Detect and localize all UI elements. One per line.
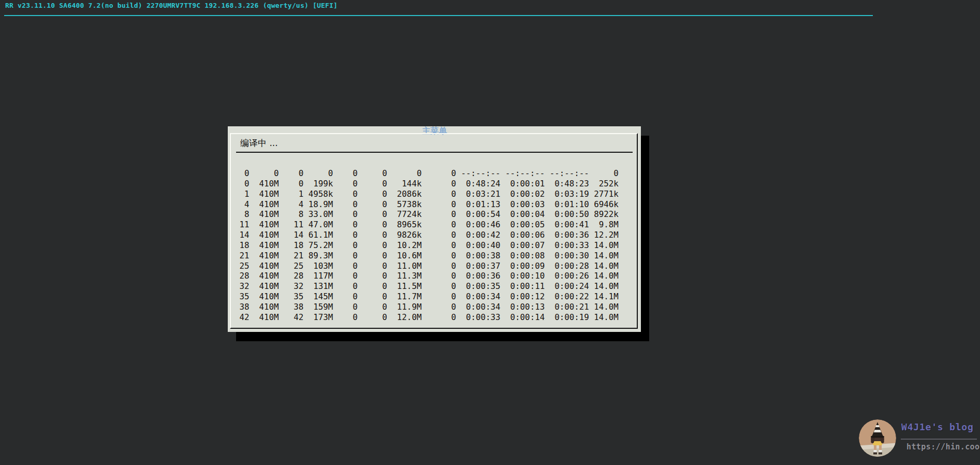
topbar-divider	[4, 15, 873, 16]
watermark-divider	[901, 439, 977, 440]
dialog-inner-box: 编译中 ... 0 0 0 0 0 0 0 0 --:--:-- --:--:-…	[230, 133, 638, 329]
blog-title-text: W4J1e's blog	[901, 422, 974, 432]
blog-watermark: W4J1e's blog https://hin.cool	[857, 418, 980, 462]
blog-url-text: https://hin.cool	[906, 442, 980, 452]
avatar-illustration	[859, 419, 896, 457]
dialog-message-separator	[236, 152, 633, 153]
main-menu-dialog: 主菜单 编译中 ... 0 0 0 0 0 0 0 0 --:--:-- --:…	[228, 126, 641, 332]
blog-avatar	[859, 419, 896, 457]
curl-progress-output: 0 0 0 0 0 0 0 0 --:--:-- --:--:-- --:--:…	[235, 168, 619, 323]
boot-info-text: RR v23.11.10 SA6400 7.2(no build) 2270UM…	[5, 2, 338, 9]
dialog-message: 编译中 ...	[240, 137, 278, 149]
